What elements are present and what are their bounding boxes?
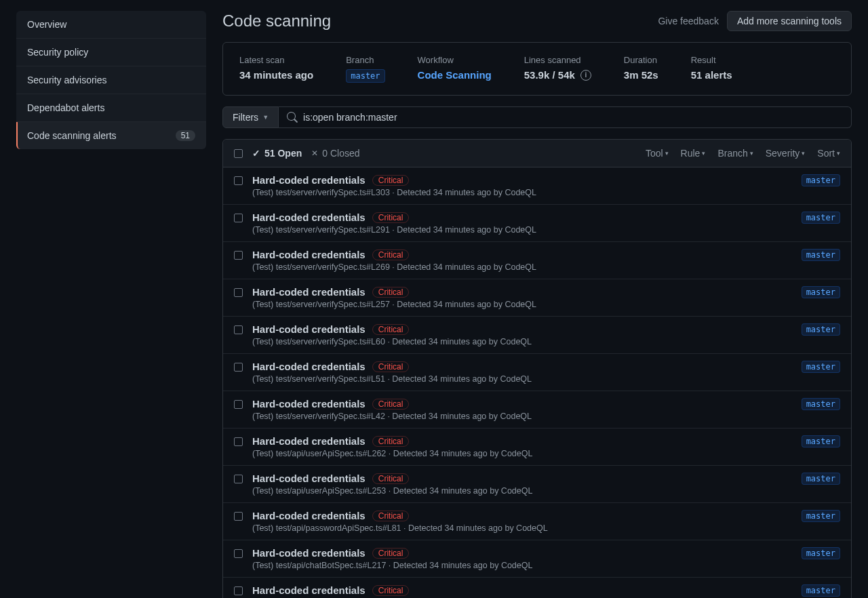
alert-body: Hard-coded credentials Critical (Test) t… [252,510,792,533]
alert-body: Hard-coded credentials Critical (Test) t… [252,174,792,197]
sort-dropdown[interactable]: Sort▾ [817,148,840,159]
alert-body: Hard-coded credentials Critical (Test) t… [252,286,792,309]
branch-dropdown[interactable]: Branch▾ [717,148,753,159]
main-content: Code scanning Give feedback Add more sca… [222,11,852,598]
branch-badge[interactable]: master [802,323,840,336]
summary-label: Latest scan [239,55,313,65]
alert-checkbox[interactable] [234,586,243,595]
alert-row[interactable]: Hard-coded credentials Critical (Test) t… [223,279,851,317]
branch-badge[interactable]: master [802,435,840,447]
summary-duration: Duration 3m 52s [624,55,658,83]
branch-badge[interactable]: master [802,361,840,373]
summary-label: Duration [624,55,658,65]
alert-title[interactable]: Hard-coded credentials [252,174,366,186]
alert-checkbox[interactable] [234,176,243,185]
alert-checkbox[interactable] [234,437,243,446]
severity-badge: Critical [372,324,410,335]
alert-checkbox[interactable] [234,325,243,334]
security-sidebar: Overview Security policy Security adviso… [16,11,206,598]
severity-badge: Critical [372,473,410,484]
search-input[interactable] [303,112,843,123]
filters-button[interactable]: Filters ▼ [222,106,279,128]
alert-meta: (Test) test/server/verifySpec.ts#L291 · … [252,225,792,235]
info-icon[interactable]: i [580,70,591,81]
alert-checkbox[interactable] [234,363,243,372]
rule-dropdown[interactable]: Rule▾ [681,148,706,159]
alert-row[interactable]: Hard-coded credentials Critical (Test) t… [223,317,851,354]
branch-badge[interactable]: master [802,286,840,298]
branch-badge[interactable]: master [802,212,840,224]
branch-badge[interactable]: master [802,547,840,559]
sidebar-item-dependabot-alerts[interactable]: Dependabot alerts [16,94,206,122]
alert-title[interactable]: Hard-coded credentials [252,323,366,335]
branch-badge[interactable]: master [802,510,840,522]
alert-title[interactable]: Hard-coded credentials [252,547,366,559]
open-filter[interactable]: ✓ 51 Open [252,148,302,159]
alert-checkbox[interactable] [234,475,243,483]
alert-row[interactable]: Hard-coded credentials Critical (Test) t… [223,205,851,242]
alert-checkbox[interactable] [234,512,243,521]
sidebar-item-overview[interactable]: Overview [16,11,206,39]
sidebar-item-security-advisories[interactable]: Security advisories [16,66,206,94]
give-feedback-link[interactable]: Give feedback [658,16,719,26]
workflow-link[interactable]: Code Scanning [418,69,492,81]
alert-checkbox[interactable] [234,251,243,260]
alert-row[interactable]: Hard-coded credentials Critical (Test) t… [223,391,851,428]
alert-row[interactable]: Hard-coded credentials Critical (Test) t… [223,540,851,578]
alert-title[interactable]: Hard-coded credentials [252,435,366,447]
alert-title[interactable]: Hard-coded credentials [252,584,366,596]
branch-badge[interactable]: master [802,584,840,597]
severity-dropdown[interactable]: Severity▾ [766,148,806,159]
alert-checkbox[interactable] [234,400,243,409]
alert-title[interactable]: Hard-coded credentials [252,286,366,298]
alert-checkbox[interactable] [234,214,243,222]
alert-row[interactable]: Hard-coded credentials Critical (Test) t… [223,428,851,466]
alert-title[interactable]: Hard-coded credentials [252,249,366,260]
alert-title[interactable]: Hard-coded credentials [252,212,366,223]
alert-title[interactable]: Hard-coded credentials [252,473,366,484]
alert-body: Hard-coded credentials Critical (Test) t… [252,473,792,496]
alert-checkbox[interactable] [234,288,243,297]
tool-dropdown[interactable]: Tool▾ [646,148,669,159]
alert-body: Hard-coded credentials Critical (Test) t… [252,323,792,346]
chevron-down-icon: ▾ [702,150,705,157]
alert-row[interactable]: Hard-coded credentials Critical (Test) t… [223,578,851,598]
x-icon: ✕ [311,148,318,158]
sidebar-item-label: Dependabot alerts [27,102,104,113]
alert-row[interactable]: Hard-coded credentials Critical (Test) t… [223,167,851,205]
alert-row[interactable]: Hard-coded credentials Critical (Test) t… [223,242,851,279]
filters-bar: Filters ▼ [222,106,852,128]
chevron-down-icon: ▾ [837,150,840,157]
alert-meta: (Test) test/api/userApiSpec.ts#L253 · De… [252,486,792,496]
alert-title[interactable]: Hard-coded credentials [252,398,366,410]
branch-badge[interactable]: master [802,473,840,485]
branch-badge[interactable]: master [802,249,840,261]
alert-row[interactable]: Hard-coded credentials Critical (Test) t… [223,354,851,391]
alert-checkbox[interactable] [234,549,243,558]
sidebar-item-security-policy[interactable]: Security policy [16,39,206,66]
chevron-down-icon: ▼ [262,114,269,121]
summary-value: 3m 52s [624,69,658,81]
alert-title[interactable]: Hard-coded credentials [252,361,366,372]
alert-title[interactable]: Hard-coded credentials [252,510,366,521]
add-scanning-tools-button[interactable]: Add more scanning tools [727,11,852,31]
alert-row[interactable]: Hard-coded credentials Critical (Test) t… [223,466,851,503]
alert-meta: (Test) test/api/passwordApiSpec.ts#L81 ·… [252,523,792,533]
search-wrapper [279,106,852,128]
open-count: 51 Open [264,148,302,159]
branch-badge[interactable]: master [802,398,840,410]
select-all-checkbox[interactable] [234,149,243,158]
severity-badge: Critical [372,511,410,521]
sidebar-item-label: Overview [27,19,66,30]
severity-badge: Critical [372,287,410,298]
summary-latest-scan: Latest scan 34 minutes ago [239,55,313,83]
closed-count: 0 Closed [322,148,359,159]
alert-body: Hard-coded credentials Critical (Test) t… [252,212,792,235]
closed-filter[interactable]: ✕ 0 Closed [311,148,359,159]
sidebar-item-code-scanning-alerts[interactable]: Code scanning alerts 51 [16,122,206,149]
alert-body: Hard-coded credentials Critical (Test) t… [252,584,792,598]
branch-badge[interactable]: master [802,174,840,186]
summary-label: Workflow [418,55,492,65]
alert-row[interactable]: Hard-coded credentials Critical (Test) t… [223,503,851,540]
branch-chip[interactable]: master [346,69,384,83]
